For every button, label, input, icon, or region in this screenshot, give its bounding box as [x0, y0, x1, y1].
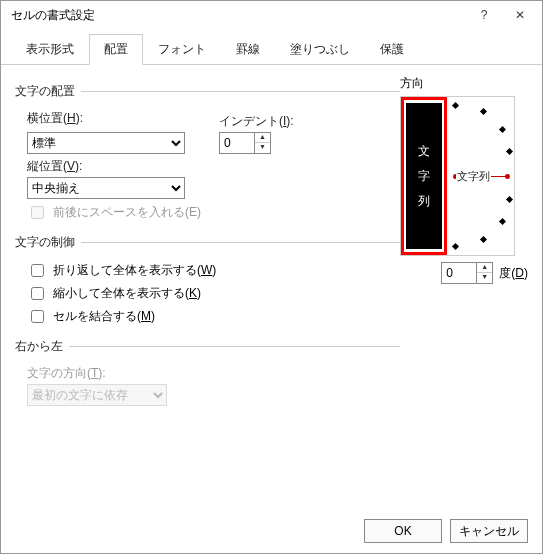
- shrink-label: 縮小して全体を表示する(K): [53, 285, 201, 302]
- vertical-label: 縦位置(V):: [27, 158, 400, 175]
- text-direction-label: 文字の方向(T):: [27, 365, 400, 382]
- horizontal-combo[interactable]: 標準: [27, 132, 185, 154]
- indent-up-icon[interactable]: ▲: [255, 133, 270, 143]
- degree-down-icon[interactable]: ▼: [477, 273, 492, 283]
- group-text-control: 文字の制御 折り返して全体を表示する(W) 縮小して全体を表示する(K) セルを…: [15, 234, 400, 330]
- group-rtl: 右から左 文字の方向(T): 最初の文字に依存: [15, 338, 400, 406]
- tab-strip: 表示形式 配置 フォント 罫線 塗りつぶし 保護: [1, 29, 542, 65]
- orientation-label: 方向: [400, 75, 528, 92]
- group-alignment-label: 文字の配置: [15, 83, 81, 100]
- dialog-title: セルの書式設定: [11, 7, 466, 24]
- ok-button[interactable]: OK: [364, 519, 442, 543]
- indent-down-icon[interactable]: ▼: [255, 143, 270, 153]
- indent-label: インデント(I):: [219, 113, 294, 130]
- indent-input[interactable]: [220, 134, 254, 152]
- group-rtl-label: 右から左: [15, 338, 69, 355]
- group-text-control-label: 文字の制御: [15, 234, 81, 251]
- orientation-panel: 文 字 列 文字列: [400, 96, 515, 256]
- wrap-label: 折り返して全体を表示する(W): [53, 262, 216, 279]
- tab-border[interactable]: 罫線: [221, 34, 275, 65]
- merge-label: セルを結合する(M): [53, 308, 155, 325]
- tab-number-format[interactable]: 表示形式: [11, 34, 89, 65]
- text-direction-combo: 最初の文字に依存: [27, 384, 167, 406]
- help-icon[interactable]: ?: [466, 3, 502, 27]
- merge-checkbox[interactable]: [31, 310, 44, 323]
- shrink-checkbox[interactable]: [31, 287, 44, 300]
- horizontal-label: 横位置(H):: [27, 110, 400, 127]
- highlight-box: [401, 97, 447, 255]
- vertical-combo[interactable]: 中央揃え: [27, 177, 185, 199]
- group-alignment: 文字の配置 横位置(H): 標準 インデント(I):: [15, 83, 400, 226]
- tab-alignment[interactable]: 配置: [89, 34, 143, 65]
- dial-label: 文字列: [456, 169, 491, 184]
- degree-up-icon[interactable]: ▲: [477, 263, 492, 273]
- orientation-dial[interactable]: 文字列: [451, 97, 515, 255]
- tab-fill[interactable]: 塗りつぶし: [275, 34, 365, 65]
- space-checkbox: [31, 206, 44, 219]
- tab-protection[interactable]: 保護: [365, 34, 419, 65]
- degree-unit-label: 度(D): [499, 265, 528, 282]
- indent-spinner[interactable]: ▲▼: [219, 132, 271, 154]
- space-label: 前後にスペースを入れる(E): [53, 204, 201, 221]
- degree-spinner[interactable]: ▲▼: [441, 262, 493, 284]
- wrap-checkbox[interactable]: [31, 264, 44, 277]
- degree-input[interactable]: [442, 264, 476, 282]
- close-icon[interactable]: ✕: [502, 3, 538, 27]
- tab-font[interactable]: フォント: [143, 34, 221, 65]
- cancel-button[interactable]: キャンセル: [450, 519, 528, 543]
